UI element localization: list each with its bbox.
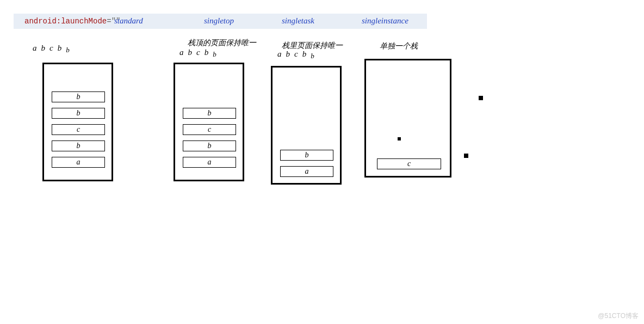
stack-item: a (280, 166, 333, 177)
sequence-main: abcb (33, 44, 66, 52)
subtitle-singletop: 栈顶的页面保持唯一 (188, 38, 256, 48)
mode-singletask: singletask (282, 16, 314, 26)
stack-item: c (183, 124, 236, 135)
mode-singletop: singletop (204, 16, 234, 26)
sequence-last: b (311, 52, 314, 60)
dot-icon (464, 154, 468, 158)
stack-standard: b b c b a (42, 63, 113, 181)
stack-item: a (183, 157, 236, 168)
subtitle-singleinstance: 单独一个栈 (380, 41, 418, 51)
stack-singletask: b a (271, 66, 342, 185)
stack-item: b (183, 140, 236, 151)
sequence-last: b (213, 50, 216, 58)
watermark: @51CTO博客 (598, 311, 639, 321)
stack-item: a (52, 157, 105, 168)
stack-item: c (377, 158, 441, 169)
sequence-last: b (66, 46, 70, 54)
sequence-main: abcb (277, 50, 311, 58)
stack-item: b (52, 91, 105, 102)
mode-standard: standard (114, 16, 143, 26)
dot-icon (479, 96, 483, 100)
dot-icon (398, 137, 401, 140)
stack-item: b (183, 108, 236, 119)
sequence-standard: abcbb (33, 44, 70, 54)
stack-singleinstance: c (364, 59, 451, 178)
sequence-singletop: abcbb (179, 48, 216, 59)
stack-item: b (52, 108, 105, 119)
sequence-singletask: abcbb (277, 50, 314, 60)
mode-singleinstance: singleinstance (362, 16, 408, 26)
stack-item: b (52, 140, 105, 151)
stack-item: b (280, 150, 333, 161)
sequence-main: abcb (179, 48, 213, 57)
stack-singletop: b c b a (174, 63, 244, 181)
stack-item: c (52, 124, 105, 135)
code-attribute: android:launchMode (24, 17, 107, 26)
